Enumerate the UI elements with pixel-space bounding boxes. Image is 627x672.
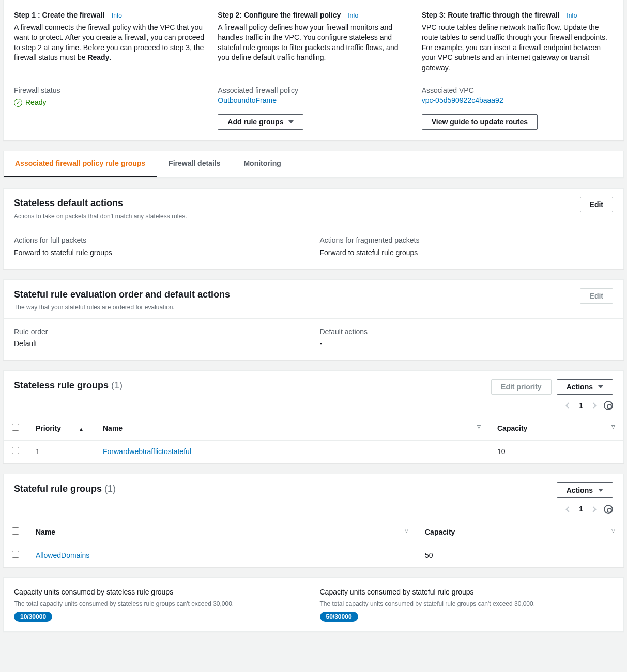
step-1-desc: A firewall connects the firewall policy … [14, 23, 205, 63]
full-packets-value: Forward to stateful rule groups [14, 248, 308, 258]
add-rule-groups-button[interactable]: Add rule groups [218, 114, 303, 130]
stateless-groups-count: (1) [111, 380, 123, 390]
row-priority: 1 [27, 440, 95, 463]
stateful-pager: 1 [4, 500, 623, 521]
col-name[interactable]: Name ▽ [95, 417, 489, 441]
stateful-rule-groups-panel: Stateful rule groups (1) Actions 1 Name … [3, 474, 624, 567]
stateless-page-number: 1 [579, 401, 583, 411]
fragmented-packets-value: Forward to stateful rule groups [320, 248, 614, 258]
prev-page-icon[interactable] [566, 507, 572, 512]
full-packets-label: Actions for full packets [14, 236, 308, 246]
default-actions-value: - [320, 339, 614, 349]
stateful-actions-button[interactable]: Actions [557, 482, 613, 498]
stateless-rule-groups-table: Priority ▲ Name ▽ Capacity ▽ 1 Forwardwe… [4, 417, 623, 463]
stateful-capacity-badge: 50/30000 [320, 612, 358, 622]
gear-icon[interactable] [604, 505, 613, 514]
default-actions-label: Default actions [320, 327, 614, 337]
step-2-title: Step 2: Configure the firewall policy [218, 11, 341, 19]
stateful-rule-groups-table: Name ▽ Capacity ▽ AllowedDomains 50 [4, 521, 623, 567]
step-1-info-link[interactable]: Info [112, 12, 122, 19]
steps-panel: Step 1 : Create the firewall Info A fire… [3, 0, 624, 140]
step-1: Step 1 : Create the firewall Info A fire… [14, 10, 205, 73]
stateless-capacity-badge: 10/30000 [14, 612, 52, 622]
edit-priority-button: Edit priority [491, 379, 552, 395]
associated-policy-label: Associated firewall policy [218, 86, 409, 96]
stateless-default-title: Stateless default actions [14, 198, 123, 208]
row-capacity: 50 [417, 544, 623, 567]
step-1-status: Firewall status ✓ Ready [14, 86, 205, 130]
col-name[interactable]: Name ▽ [27, 521, 417, 544]
sort-icon: ▽ [477, 424, 481, 430]
associated-vpc-link[interactable]: vpc-05d590922c4baaa92 [422, 96, 503, 104]
stateless-default-actions-panel: Stateless default actions Actions to tak… [3, 188, 624, 269]
stateful-eval-sub: The way that your stateful rules are ord… [14, 303, 230, 312]
step-3-title: Step 3: Route traffic through the firewa… [422, 11, 560, 19]
stateful-capacity-sub: The total capacity units consumed by sta… [320, 600, 614, 608]
tab-rule-groups[interactable]: Associated firewall policy rule groups [4, 151, 157, 177]
row-checkbox[interactable] [12, 447, 19, 454]
next-page-icon[interactable] [590, 507, 596, 512]
next-page-icon[interactable] [590, 403, 596, 409]
stateless-pager: 1 [4, 397, 623, 417]
stateful-groups-count: (1) [104, 483, 116, 494]
col-capacity[interactable]: Capacity ▽ [489, 417, 623, 441]
rule-group-link[interactable]: AllowedDomains [36, 551, 89, 559]
table-row: 1 Forwardwebtrafflictostateful 10 [4, 440, 623, 463]
associated-policy-link[interactable]: OutboundtoFrame [218, 96, 277, 104]
check-circle-icon: ✓ [14, 99, 22, 107]
stateful-capacity-title: Capacity units consumed by stateful rule… [320, 587, 614, 598]
stateless-groups-title: Stateless rule groups (1) [14, 380, 123, 390]
sort-icon: ▽ [611, 424, 615, 430]
prev-pageește-page-icon[interactable] [566, 403, 572, 409]
edit-stateless-default-button[interactable]: Edit [580, 197, 613, 212]
col-priority[interactable]: Priority ▲ [27, 417, 95, 441]
gear-icon[interactable] [604, 401, 613, 410]
stateful-page-number: 1 [579, 504, 583, 514]
step-3: Step 3: Route traffic through the firewa… [422, 10, 613, 73]
caret-down-icon [288, 120, 294, 123]
table-row: AllowedDomains 50 [4, 544, 623, 567]
stateful-groups-title: Stateful rule groups (1) [14, 483, 116, 494]
stateful-eval-panel: Stateful rule evaluation order and defau… [3, 279, 624, 360]
stateless-capacity-title: Capacity units consumed by stateless rul… [14, 587, 308, 598]
fragmented-packets-label: Actions for fragmented packets [320, 236, 614, 246]
firewall-status-value: ✓ Ready [14, 98, 46, 108]
view-guide-button[interactable]: View guide to update routes [422, 114, 538, 130]
step-2-info-link[interactable]: Info [348, 12, 358, 19]
step-2-desc: A firewall policy defines how your firew… [218, 23, 409, 63]
step-2: Step 2: Configure the firewall policy In… [218, 10, 409, 73]
tab-monitoring[interactable]: Monitoring [232, 151, 293, 177]
select-all-checkbox[interactable] [12, 424, 19, 431]
stateless-rule-groups-panel: Stateless rule groups (1) Edit priority … [3, 370, 624, 464]
sort-icon: ▽ [611, 527, 615, 534]
edit-stateful-eval-button: Edit [580, 288, 613, 304]
capacity-panel: Capacity units consumed by stateless rul… [3, 577, 624, 632]
step-3-status: Associated VPC vpc-05d590922c4baaa92 Vie… [422, 86, 613, 130]
stateless-default-sub: Actions to take on packets that don't ma… [14, 212, 187, 221]
row-capacity: 10 [489, 440, 623, 463]
stateless-actions-button[interactable]: Actions [557, 379, 613, 395]
step-1-title: Step 1 : Create the firewall [14, 11, 104, 19]
sort-icon: ▽ [405, 527, 408, 534]
select-all-checkbox[interactable] [12, 527, 19, 535]
rule-group-link[interactable]: Forwardwebtrafflictostateful [103, 447, 191, 456]
tabs-bar: Associated firewall policy rule groups F… [3, 151, 624, 178]
caret-down-icon [598, 489, 603, 492]
tab-firewall-details[interactable]: Firewall details [157, 151, 232, 177]
stateless-capacity-sub: The total capacity units consumed by sta… [14, 600, 308, 608]
firewall-status-label: Firewall status [14, 86, 205, 96]
col-capacity[interactable]: Capacity ▽ [417, 521, 623, 544]
caret-down-icon [598, 385, 603, 388]
step-2-status: Associated firewall policy OutboundtoFra… [218, 86, 409, 130]
row-checkbox[interactable] [12, 551, 19, 558]
rule-order-label: Rule order [14, 327, 308, 337]
sort-asc-icon: ▲ [79, 426, 84, 432]
associated-vpc-label: Associated VPC [422, 86, 613, 96]
rule-order-value: Default [14, 339, 308, 349]
stateful-eval-title: Stateful rule evaluation order and defau… [14, 289, 230, 300]
step-3-info-link[interactable]: Info [567, 12, 577, 19]
step-3-desc: VPC route tables define network traffic … [422, 23, 613, 73]
